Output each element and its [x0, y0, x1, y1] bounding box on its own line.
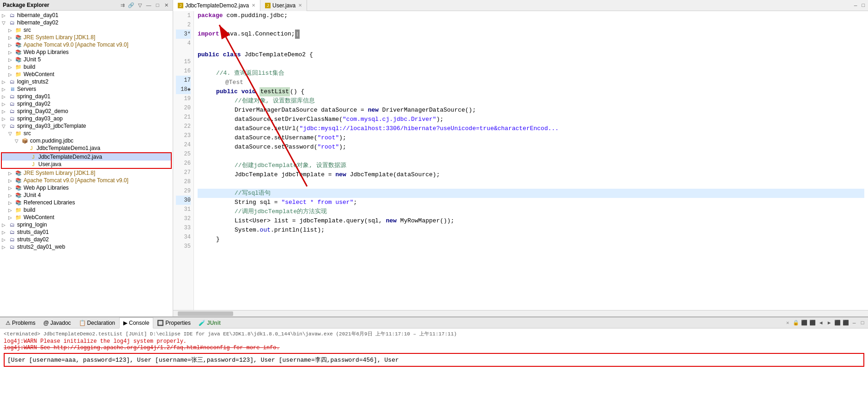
- code-text[interactable]: package com.pudding.jdbc; import java.sq…: [194, 11, 868, 310]
- maximize-btn[interactable]: □: [154, 1, 161, 9]
- tree-label: build: [24, 64, 35, 70]
- maximize-editor-btn[interactable]: □: [860, 2, 866, 9]
- tree-label: Web App Libraries: [24, 49, 69, 55]
- code-text-31: String sql = "select * from user";: [235, 198, 357, 207]
- tree-item-jre_hib[interactable]: ▷ 📚 JRE System Library [JDK1.8]: [0, 34, 173, 41]
- tab-close-btn[interactable]: ✕: [252, 3, 255, 8]
- arrow-icon: ▷: [2, 87, 8, 92]
- tree-item-spring_login[interactable]: ▷ 🗂 spring_login: [0, 221, 173, 228]
- minimize-bottom-btn[interactable]: —: [850, 319, 858, 327]
- tree-item-webapp_hib[interactable]: ▷ 📚 Web App Libraries: [0, 48, 173, 56]
- tree-item-src_hib[interactable]: ▷ 📁 src: [0, 26, 173, 34]
- tab-problems[interactable]: ⚠ Problems: [2, 317, 40, 328]
- server-icon: 🖥: [8, 86, 16, 92]
- code-editor[interactable]: 1 2 3* 4 · 15 16 17 18◈ 19 20 21 22 23 2…: [173, 11, 868, 310]
- console-btn3[interactable]: ⬛: [809, 319, 816, 327]
- tree-item-struts2_day01_web[interactable]: ▷ 🗂 struts2_day01_web: [0, 243, 173, 251]
- tab-junit[interactable]: 🧪 JUnit: [195, 317, 225, 328]
- tree-item-spring_day03_aop[interactable]: ▷ 🗂 spring_day03_aop: [0, 115, 173, 122]
- tree-label: JUnit 4: [24, 192, 41, 198]
- console-btn4[interactable]: ◀: [817, 319, 825, 327]
- minimize-btn[interactable]: —: [145, 1, 152, 9]
- project-icon: 🗂: [8, 78, 16, 85]
- tree-label: struts_day01: [17, 229, 49, 235]
- scrollbar-thumb[interactable]: [178, 311, 233, 316]
- tree-item-jre_spring[interactable]: ▷ 📚 JRE System Library [JDK1.8]: [0, 169, 173, 177]
- folder-icon: 📁: [15, 214, 22, 221]
- comment-sql: //写sql语句: [235, 189, 271, 198]
- tab-declaration[interactable]: 📋 Declaration: [75, 317, 120, 328]
- code-line-3: import java.sql.Connection;|: [198, 30, 864, 39]
- kw-public: public: [216, 87, 238, 96]
- tree-item-tomcat_hib[interactable]: ▷ 📚 Apache Tomcat v9.0 [Apache Tomcat v9…: [0, 41, 173, 48]
- project-icon: 🗂: [8, 108, 16, 114]
- comment-create: //创建对象, 设置数据库信息: [235, 96, 315, 106]
- tree-item-spring_day02[interactable]: ▷ 🗂 spring_day02: [0, 100, 173, 107]
- tree-item-servers[interactable]: ▷ 🖥 Servers: [0, 85, 173, 93]
- tree-item-build_hib[interactable]: ▷ 📁 build: [0, 63, 173, 71]
- code-line-28: JdbcTemplate jdbcTemplate = new JdbcTemp…: [198, 170, 864, 179]
- arrow-icon: ▷: [8, 193, 15, 198]
- tree-item-junit4_spring[interactable]: ▷ 📚 JUnit 4: [0, 191, 173, 199]
- tree-item-spring_Day02_demo[interactable]: ▷ 🗂 spring_Day02_demo: [0, 107, 173, 115]
- tab-User[interactable]: J User.java ✕: [260, 0, 307, 11]
- view-menu-btn[interactable]: ▽: [136, 1, 144, 9]
- code-text-22: dataSource.setDriverClassName("com.mysql…: [235, 115, 444, 124]
- collapse-all-btn[interactable]: ⇉: [119, 1, 126, 9]
- panel-title: Package Explorer: [3, 2, 49, 8]
- code-line-26: [198, 152, 864, 161]
- tab-JdbcTemplateDemo2[interactable]: J JdbcTemplateDemo2.java ✕: [173, 0, 260, 11]
- tree-item-JdbcTemplateDemo1[interactable]: J JdbcTemplateDemo1.java: [0, 144, 173, 152]
- tree-item-junit5_hib[interactable]: ▷ 📚 JUnit 5: [0, 56, 173, 63]
- project-icon: 🗂: [8, 115, 16, 122]
- tree-item-login_struts2[interactable]: ▷ 🗂 login_struts2: [0, 78, 173, 85]
- tree-item-webcontent_hib[interactable]: ▷ 📁 WebContent: [0, 71, 173, 78]
- tree-item-build_spring[interactable]: ▷ 📁 build: [0, 206, 173, 214]
- tree-item-hibernate_day01[interactable]: ▷ 🗂 hibernate_day01: [0, 12, 173, 19]
- tree-item-reflibs_spring[interactable]: ▷ 📚 Referenced Libraries: [0, 199, 173, 206]
- tree-item-UserJava[interactable]: J User.java: [2, 161, 171, 168]
- comment-jdbc: //创建jdbcTemplate对象, 设置数据源: [235, 161, 346, 170]
- console-btn2[interactable]: ⬛: [801, 319, 808, 327]
- scroll-lock-btn[interactable]: 🔒: [792, 319, 800, 327]
- minimize-editor-btn[interactable]: —: [853, 2, 859, 9]
- tab-javadoc[interactable]: @ Javadoc: [40, 317, 75, 328]
- close-panel-btn[interactable]: ✕: [163, 1, 170, 9]
- line-num-16: 16: [176, 66, 191, 76]
- tree-item-spring_day01[interactable]: ▷ 🗂 spring_day01: [0, 93, 173, 100]
- code-line-20: //创建对象, 设置数据库信息: [198, 96, 864, 106]
- tab-label: Problems: [12, 320, 36, 326]
- arrow-icon: ▷: [8, 57, 15, 62]
- tree-item-struts_day02[interactable]: ▷ 🗂 struts_day02: [0, 236, 173, 243]
- arrow-icon: ▷: [8, 50, 15, 55]
- result-text: [User [username=aaa, password=123], User…: [7, 357, 399, 364]
- code-text-21: DriverManagerDataSource dataSource = new…: [235, 106, 476, 115]
- console-btn5[interactable]: ▶: [826, 319, 833, 327]
- tree-item-spring_day03_jdbcTemplate[interactable]: ▽ 🗂 spring_day03_jdbcTemplate: [0, 122, 173, 130]
- code-text-28: JdbcTemplate jdbcTemplate = new JdbcTemp…: [235, 170, 440, 179]
- tab-properties[interactable]: 🔲 Properties: [153, 317, 195, 328]
- tree-item-webapp_spring[interactable]: ▷ 📚 Web App Libraries: [0, 184, 173, 191]
- editor-window-controls: — □: [853, 2, 868, 9]
- link-editor-btn[interactable]: 🔗: [127, 1, 135, 9]
- tree-item-pkg_pudding[interactable]: ▽ 📦 com.pudding.jdbc: [0, 137, 173, 144]
- arrow-icon: ▷: [2, 94, 8, 99]
- tree-item-hibernate_day02[interactable]: ▽ 🗂 hibernate_day02: [0, 19, 173, 26]
- console-btn6[interactable]: ⬛: [834, 319, 841, 327]
- console-btn7[interactable]: ⬛: [842, 319, 850, 327]
- tab-close-btn[interactable]: ✕: [298, 3, 302, 8]
- tree-label: hibernate_day02: [17, 19, 58, 26]
- class-name: JdbcTemplateDemo2 {: [244, 50, 313, 60]
- line-num-4: 4: [176, 39, 191, 48]
- tree-item-tomcat_spring[interactable]: ▷ 📚 Apache Tomcat v9.0 [Apache Tomcat v9…: [0, 177, 173, 184]
- tree-item-struts_day01[interactable]: ▷ 🗂 struts_day01: [0, 228, 173, 236]
- arrow-icon: ▷: [8, 42, 15, 48]
- tree-item-src_spring[interactable]: ▽ 📁 src: [0, 130, 173, 137]
- tree-item-JdbcTemplateDemo2[interactable]: J JdbcTemplateDemo2.java: [2, 153, 171, 161]
- maximize-bottom-btn[interactable]: □: [859, 319, 866, 327]
- line-num-24: 24: [176, 140, 191, 149]
- horizontal-scrollbar[interactable]: [173, 310, 868, 316]
- tree-item-webcontent_spring[interactable]: ▷ 📁 WebContent: [0, 214, 173, 221]
- tab-console[interactable]: ▶ Console: [119, 317, 153, 328]
- clear-console-btn[interactable]: ✕: [784, 319, 791, 327]
